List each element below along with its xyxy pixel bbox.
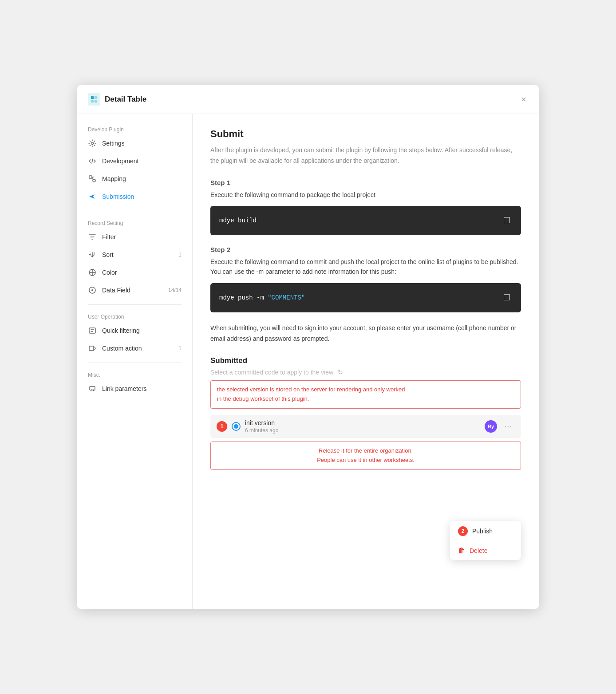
develop-plugin-section-label: Develop Plugin [77, 123, 192, 134]
dropdown-menu: 2 Publish 🗑 Delete [450, 521, 521, 560]
dropdown-publish[interactable]: 2 Publish [450, 521, 521, 541]
delete-icon: 🗑 [458, 547, 465, 555]
code1-text: mdye build [219, 217, 257, 224]
sidebar-item-settings[interactable]: Settings [77, 134, 192, 152]
sort-badge: 1 [178, 252, 182, 258]
copy-button-1[interactable]: ❐ [501, 214, 512, 227]
svg-rect-2 [91, 100, 94, 103]
svg-rect-9 [89, 328, 95, 333]
divider-3 [88, 363, 182, 363]
submit-desc: After the plugin is developed, you can s… [210, 145, 521, 166]
misc-section-label: Misc. [77, 368, 192, 380]
sidebar-item-mapping[interactable]: Mapping [77, 170, 192, 188]
filter-label: Filter [102, 233, 182, 241]
mapping-icon [88, 174, 97, 183]
svg-point-8 [91, 289, 93, 291]
data-field-badge: 14/14 [168, 287, 182, 293]
sidebar-item-color[interactable]: Color [77, 264, 192, 281]
code-block-2: mdye push -m "COMMENTS" ❐ [210, 283, 521, 312]
refresh-icon[interactable]: ↻ [338, 369, 343, 376]
custom-action-label: Custom action [102, 345, 173, 352]
warning-text-line1: the selected version is stored on the se… [217, 385, 514, 394]
modal-title: Detail Table [105, 95, 519, 104]
settings-icon [88, 139, 97, 148]
note-text: When submitting, you will need to sign i… [210, 323, 521, 344]
svg-rect-5 [89, 176, 92, 178]
data-field-label: Data Field [102, 287, 163, 294]
settings-label: Settings [102, 140, 182, 147]
svg-rect-10 [89, 346, 94, 351]
record-setting-section-label: Record Setting [77, 217, 192, 228]
divider-1 [88, 211, 182, 211]
quick-filtering-icon [88, 326, 97, 335]
modal-header: Detail Table × [77, 85, 539, 114]
sidebar-item-data-field[interactable]: Data Field 14/14 [77, 281, 192, 299]
development-icon [88, 157, 97, 166]
sort-icon [88, 250, 97, 259]
sidebar-item-sort[interactable]: Sort 1 [77, 246, 192, 264]
custom-action-icon [88, 344, 97, 353]
warning-box-version: the selected version is stored on the se… [210, 380, 521, 409]
detail-table-icon [88, 93, 100, 106]
link-parameters-icon [88, 384, 97, 393]
custom-action-badge: 1 [178, 345, 182, 351]
version-info: init version 6 minutes ago [245, 419, 480, 434]
modal-container: Detail Table × Develop Plugin Settings D… [77, 85, 539, 609]
user-operation-section-label: User Operation [77, 310, 192, 322]
version-name: init version [245, 419, 480, 426]
sidebar-item-custom-action[interactable]: Custom action 1 [77, 339, 192, 357]
close-button[interactable]: × [519, 93, 528, 106]
sidebar-item-quick-filtering[interactable]: Quick filtering [77, 322, 192, 339]
submission-label: Submission [102, 193, 182, 200]
version-time: 6 minutes ago [245, 427, 480, 434]
delete-label: Delete [470, 547, 487, 554]
svg-point-4 [91, 142, 94, 145]
submission-icon [88, 192, 97, 201]
warning-text-line2: in the debug workseet of this plugin. [217, 394, 514, 404]
publish-label: Publish [472, 528, 493, 535]
step2-desc: Execute the following command to commit … [210, 257, 521, 277]
mapping-label: Mapping [102, 175, 182, 182]
data-field-icon [88, 286, 97, 295]
color-icon [88, 268, 97, 277]
code-block-1: mdye build ❐ [210, 206, 521, 235]
version-more-button[interactable]: ⋯ [501, 421, 515, 432]
code2-text: mdye push -m "COMMENTS" [219, 294, 305, 301]
version-avatar: Ry [485, 420, 497, 433]
copy-button-2[interactable]: ❐ [501, 291, 512, 304]
submit-title: Submit [210, 128, 521, 140]
version-number-badge: 1 [217, 421, 227, 432]
svg-rect-0 [91, 96, 94, 99]
color-label: Color [102, 269, 182, 276]
filter-icon [88, 233, 97, 241]
modal-body: Develop Plugin Settings Development Mapp… [77, 114, 539, 609]
main-content: Submit After the plugin is developed, yo… [193, 114, 539, 609]
divider-2 [88, 304, 182, 305]
sidebar-item-development[interactable]: Development [77, 152, 192, 170]
version-row: 1 init version 6 minutes ago Ry ⋯ [210, 415, 521, 438]
sort-label: Sort [102, 251, 173, 258]
release-warning-text: Release it for the entire organization.P… [217, 446, 514, 465]
sidebar: Develop Plugin Settings Development Mapp… [77, 114, 193, 609]
release-warning-box: Release it for the entire organization.P… [210, 442, 521, 470]
step1-desc: Execute the following command to package… [210, 190, 521, 200]
sidebar-item-submission[interactable]: Submission [77, 188, 192, 205]
publish-badge: 2 [458, 526, 468, 536]
step2-label: Step 2 [210, 246, 521, 253]
quick-filtering-label: Quick filtering [102, 327, 182, 334]
development-label: Development [102, 158, 182, 165]
svg-point-6 [93, 179, 95, 182]
submitted-title: Submitted [210, 356, 521, 365]
version-radio[interactable] [232, 422, 241, 431]
sidebar-item-link-parameters[interactable]: Link parameters [77, 380, 192, 398]
link-parameters-label: Link parameters [102, 385, 182, 392]
sidebar-item-filter[interactable]: Filter [77, 228, 192, 246]
step1-label: Step 1 [210, 179, 521, 186]
submitted-desc: Select a committed code to apply to the … [210, 369, 521, 376]
svg-rect-3 [95, 100, 97, 103]
version-radio-inner [234, 424, 238, 429]
dropdown-delete[interactable]: 🗑 Delete [450, 541, 521, 560]
svg-rect-1 [95, 96, 97, 99]
